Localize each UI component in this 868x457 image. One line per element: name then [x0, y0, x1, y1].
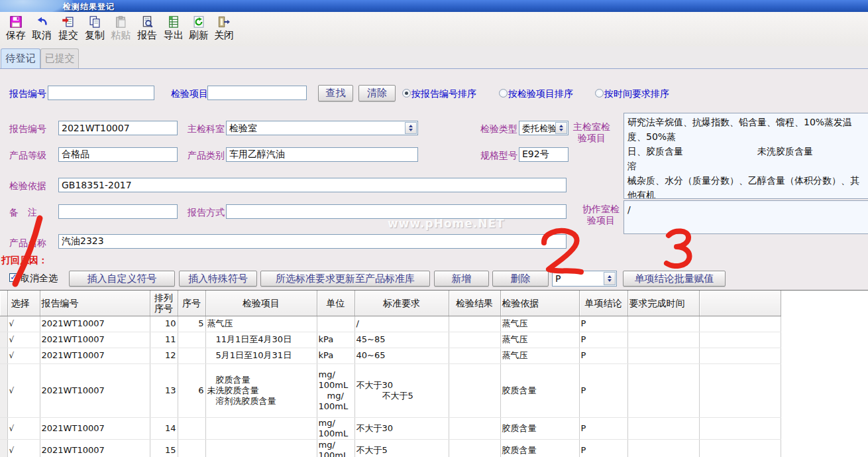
grade-input[interactable] — [58, 147, 178, 162]
report-button[interactable]: 报告 — [135, 13, 160, 45]
clear-button[interactable]: 清除 — [358, 85, 396, 101]
cell-basis[interactable]: 蒸气压 — [500, 348, 579, 363]
remark-input[interactable] — [58, 204, 178, 219]
batch-assign-button[interactable]: 单项结论批量赋值 — [623, 271, 726, 287]
cell-report-no[interactable]: 2021WT10007 — [40, 332, 150, 348]
table-row[interactable]: √ 2021WT10007 10 5 蒸气压 / 蒸气压 P — [0, 316, 781, 332]
tab-submitted[interactable]: 已提交 — [40, 48, 79, 68]
cell-result[interactable] — [449, 363, 500, 417]
cell-item[interactable]: 蒸气压 — [205, 316, 317, 332]
table-row[interactable]: √ 2021WT10007 13 6 胶质含量 未洗胶质含量 溶剂洗胶质含量 m… — [0, 363, 781, 417]
save-button[interactable]: 保存 — [3, 13, 28, 45]
col-req[interactable]: 标准要求 — [354, 291, 449, 316]
uncheck-all-checkbox[interactable] — [9, 273, 18, 282]
refresh-button[interactable]: 刷新 — [186, 13, 211, 45]
cell-report-no[interactable]: 2021WT10007 — [40, 439, 150, 457]
cell-basis[interactable]: 蒸气压 — [500, 332, 579, 348]
cell-unit[interactable]: mg/ 100mL — [317, 439, 354, 457]
sort-by-time-label[interactable]: 按时间要求排序 — [604, 88, 669, 100]
cell-basis[interactable]: 蒸气压 — [500, 316, 579, 332]
main-items-textarea[interactable]: 研究法辛烷值、抗爆指数、铅含量、馏程、10%蒸发温度、50%蒸 日、胶质含量 未… — [624, 113, 868, 199]
cell-seq[interactable]: 5 — [178, 316, 205, 332]
cell-conclusion[interactable]: P — [579, 439, 627, 457]
dept-combo-spinner-icon[interactable] — [405, 122, 417, 134]
cell-due[interactable] — [627, 316, 699, 332]
submit-button[interactable]: 提交 — [56, 13, 81, 45]
cell-result[interactable] — [449, 417, 500, 439]
conclusion-combo-spinner-icon[interactable] — [604, 272, 616, 285]
cell-item[interactable]: 11月1日至4月30日 — [205, 332, 317, 348]
update-standard-button[interactable]: 所选标准要求更新至产品标准库 — [260, 271, 430, 287]
cell-report-no[interactable]: 2021WT10007 — [40, 417, 150, 439]
sort-by-report-radio[interactable] — [402, 89, 411, 98]
cell-seq[interactable]: 6 — [178, 363, 205, 417]
tab-pending[interactable]: 待登记 — [1, 48, 40, 68]
cell-item[interactable] — [205, 439, 317, 457]
cell-item[interactable]: 5月1日至10月31日 — [205, 348, 317, 363]
col-seq[interactable]: 序号 — [178, 291, 205, 316]
cell-check[interactable]: √ — [7, 332, 40, 348]
cell-conclusion[interactable]: P — [579, 332, 627, 348]
table-row[interactable]: √ 2021WT10007 12 5月1日至10月31日 kPa 40~65 蒸… — [0, 348, 781, 363]
cell-check[interactable]: √ — [7, 439, 40, 457]
cell-sort-no[interactable]: 11 — [150, 332, 178, 348]
delete-button[interactable]: 删除 — [492, 271, 549, 287]
uncheck-all-label[interactable]: 取消全选 — [21, 273, 58, 285]
cell-basis[interactable]: 胶质含量 — [500, 363, 579, 417]
cell-req[interactable]: 不大于30 — [354, 417, 449, 439]
cell-sort-no[interactable]: 12 — [150, 348, 178, 363]
cell-report-no[interactable]: 2021WT10007 — [40, 316, 150, 332]
spec-input[interactable] — [519, 147, 569, 162]
sort-by-item-radio[interactable] — [499, 89, 508, 98]
coop-items-textarea[interactable]: / — [624, 200, 868, 234]
cell-due[interactable] — [627, 417, 699, 439]
cell-basis[interactable]: 胶质含量 — [500, 439, 579, 457]
cell-basis[interactable]: 胶质含量 — [500, 417, 579, 439]
table-row[interactable]: √ 2021WT10007 11 11月1日至4月30日 kPa 45~85 蒸… — [0, 332, 781, 348]
cell-req[interactable]: / — [354, 316, 449, 332]
table-row[interactable]: √ 2021WT10007 14 mg/ 100mL 不大于30 胶质含量 P — [0, 417, 781, 439]
cell-sort-no[interactable]: 15 — [150, 439, 178, 457]
cell-result[interactable] — [449, 348, 500, 363]
cell-due[interactable] — [627, 363, 699, 417]
table-row[interactable]: √ 2021WT10007 15 mg/ 100mL 不大于5 胶质含量 P — [0, 439, 781, 457]
cell-seq[interactable] — [178, 417, 205, 439]
cell-conclusion[interactable]: P — [579, 417, 627, 439]
cell-due[interactable] — [627, 439, 699, 457]
cell-sort-no[interactable]: 13 — [150, 363, 178, 417]
sort-by-item-label[interactable]: 按检验项目排序 — [508, 88, 573, 100]
col-basis[interactable]: 检验依据 — [500, 291, 579, 316]
search-report-no-input[interactable] — [48, 86, 154, 100]
close-button[interactable]: 关闭 — [211, 13, 237, 45]
basis-input[interactable] — [58, 178, 567, 192]
cell-conclusion[interactable]: P — [579, 316, 627, 332]
cell-unit[interactable]: kPa — [317, 332, 354, 348]
cell-req[interactable]: 40~65 — [354, 348, 449, 363]
report-no-input[interactable] — [58, 121, 178, 135]
cell-req[interactable]: 不大于5 — [354, 439, 449, 457]
col-conclusion[interactable]: 单项结论 — [579, 291, 627, 316]
cell-result[interactable] — [449, 439, 500, 457]
cell-item[interactable]: 胶质含量 未洗胶质含量 溶剂洗胶质含量 — [205, 363, 317, 417]
col-item[interactable]: 检验项目 — [205, 291, 317, 316]
cell-unit[interactable] — [317, 316, 354, 332]
cell-check[interactable]: √ — [7, 348, 40, 363]
insert-custom-symbol-button[interactable]: 插入自定义符号 — [69, 271, 175, 287]
cell-req[interactable]: 不大于30 不大于5 — [354, 363, 449, 417]
cell-item[interactable] — [205, 417, 317, 439]
cell-req[interactable]: 45~85 — [354, 332, 449, 348]
sort-by-time-radio[interactable] — [595, 89, 604, 98]
col-sort-no[interactable]: 排列 序号 — [150, 291, 178, 316]
cell-unit[interactable]: mg/ 100mL — [317, 417, 354, 439]
find-button[interactable]: 查找 — [318, 85, 353, 101]
cell-due[interactable] — [627, 332, 699, 348]
product-name-input[interactable] — [58, 234, 567, 249]
cell-unit[interactable]: mg/ 100mL mg/ 100mL — [317, 363, 354, 417]
cell-seq[interactable] — [178, 348, 205, 363]
dept-combo[interactable]: 检验室 — [226, 121, 418, 135]
cell-check[interactable]: √ — [7, 316, 40, 332]
cell-seq[interactable] — [178, 439, 205, 457]
cell-report-no[interactable]: 2021WT10007 — [40, 363, 150, 417]
cancel-button[interactable]: 取消 — [29, 13, 54, 45]
col-result[interactable]: 检验结果 — [449, 291, 500, 316]
